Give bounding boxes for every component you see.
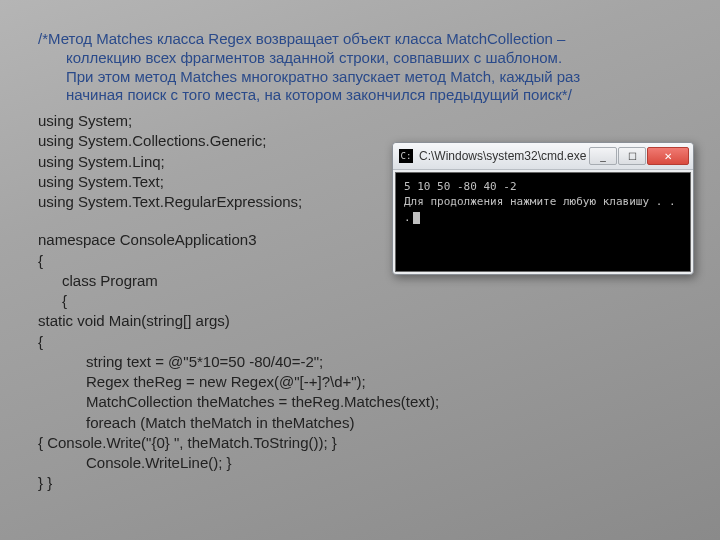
regex-line: Regex theReg = new Regex(@"[-+]?\d+"); [38, 372, 682, 392]
using-system: using System; [38, 111, 682, 131]
brace-open-3: { [38, 332, 682, 352]
closing-braces: } } [38, 473, 682, 493]
console-output: 5 10 50 -80 40 -2 Для продолжения нажмит… [395, 172, 691, 272]
comment-line4: начиная поиск с того места, на котором з… [38, 86, 682, 105]
output-line-1: 5 10 50 -80 40 -2 [404, 179, 682, 194]
output-line-2: Для продолжения нажмите любую клавишу . … [404, 194, 682, 225]
foreach-line: foreach (Match theMatch in theMatches) [38, 413, 682, 433]
titlebar[interactable]: C: C:\Windows\system32\cmd.exe _ ☐ ✕ [393, 143, 693, 170]
close-button[interactable]: ✕ [647, 147, 689, 165]
console-write-line: { Console.Write("{0} ", theMatch.ToStrin… [38, 433, 682, 453]
intro-comment: /*Метод Matches класса Regex возвращает … [38, 30, 682, 105]
minimize-button[interactable]: _ [589, 147, 617, 165]
string-text-line: string text = @"5*10=50 -80/40=-2"; [38, 352, 682, 372]
window-title: C:\Windows\system32\cmd.exe [419, 149, 589, 163]
maximize-button[interactable]: ☐ [618, 147, 646, 165]
matchcollection-line: MatchCollection theMatches = theReg.Matc… [38, 392, 682, 412]
main-signature: static void Main(string[] args) [38, 311, 682, 331]
comment-line2: коллекцию всех фрагментов заданной строк… [38, 49, 682, 68]
comment-line1: /*Метод Matches класса Regex возвращает … [38, 30, 565, 47]
comment-line3: При этом метод Matches многократно запус… [38, 68, 682, 87]
brace-open-2: { [38, 291, 682, 311]
console-window: C: C:\Windows\system32\cmd.exe _ ☐ ✕ 5 1… [392, 142, 694, 275]
cursor-icon [413, 212, 420, 224]
console-writeline: Console.WriteLine(); } [38, 453, 682, 473]
cmd-icon: C: [399, 149, 413, 163]
